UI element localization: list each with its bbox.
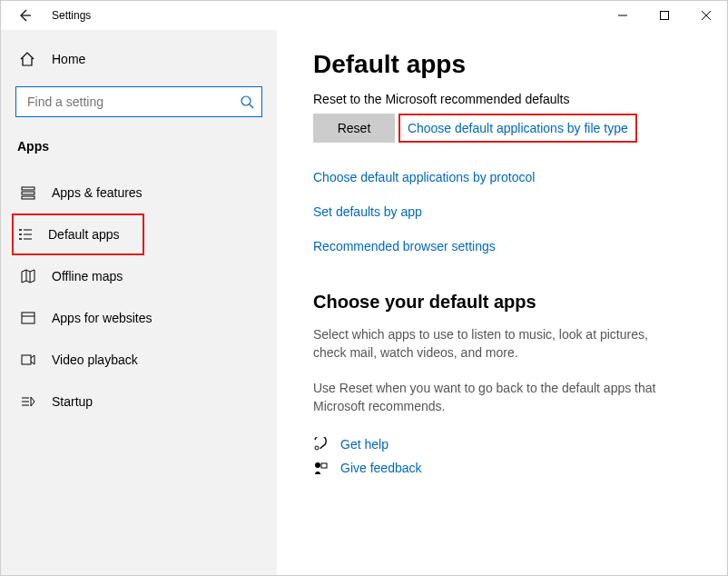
apps-websites-icon xyxy=(19,310,37,326)
svg-rect-6 xyxy=(22,355,31,364)
sidebar-item-startup[interactable]: Startup xyxy=(15,381,277,422)
link-by-protocol[interactable]: Choose default applications by protocol xyxy=(313,170,707,184)
give-feedback-link[interactable]: Give feedback xyxy=(313,461,707,475)
choose-header: Choose your default apps xyxy=(313,292,707,313)
video-playback-icon xyxy=(19,352,37,368)
sidebar-item-default-apps[interactable]: Default apps xyxy=(14,215,139,253)
sidebar-item-offline-maps[interactable]: Offline maps xyxy=(15,255,277,297)
sidebar-item-label: Video playback xyxy=(52,353,138,367)
search-field[interactable] xyxy=(25,94,231,110)
sidebar-home[interactable]: Home xyxy=(15,43,277,75)
sidebar-section-header: Apps xyxy=(15,139,277,154)
sidebar-item-apps-for-websites[interactable]: Apps for websites xyxy=(15,297,277,339)
sidebar-item-label: Default apps xyxy=(48,227,120,242)
sidebar-item-label: Startup xyxy=(52,394,93,409)
link-by-app[interactable]: Set defaults by app xyxy=(313,204,707,219)
sidebar-item-apps-features[interactable]: Apps & features xyxy=(15,172,277,214)
sidebar-item-video-playback[interactable]: Video playback xyxy=(15,339,277,381)
default-apps-icon xyxy=(17,226,34,243)
back-icon[interactable] xyxy=(14,8,35,23)
sidebar: Home Apps Apps & features xyxy=(1,30,277,575)
give-feedback-label: Give feedback xyxy=(340,461,422,475)
page-title: Default apps xyxy=(313,50,707,79)
feedback-icon xyxy=(313,461,330,475)
startup-icon xyxy=(19,393,37,410)
svg-point-8 xyxy=(315,462,320,468)
reset-description: Reset to the Microsoft recommended defau… xyxy=(313,92,707,106)
content-pane: Default apps Reset to the Microsoft reco… xyxy=(277,30,727,575)
svg-rect-5 xyxy=(22,313,34,323)
svg-rect-2 xyxy=(22,187,34,190)
sidebar-item-default-apps-highlight: Default apps xyxy=(12,214,144,255)
svg-rect-9 xyxy=(321,463,327,468)
svg-rect-3 xyxy=(22,192,34,194)
link-file-type-highlight: Choose default applications by file type xyxy=(398,114,637,143)
link-by-file-type[interactable]: Choose default applications by file type xyxy=(408,121,628,135)
sidebar-item-label: Apps for websites xyxy=(52,311,152,325)
link-browser-settings[interactable]: Recommended browser settings xyxy=(313,239,707,253)
get-help-icon xyxy=(313,437,330,452)
titlebar: Settings xyxy=(1,1,727,30)
home-icon xyxy=(19,51,35,67)
sidebar-item-label: Apps & features xyxy=(52,185,143,200)
get-help-link[interactable]: Get help xyxy=(313,437,707,452)
minimize-icon[interactable] xyxy=(602,1,644,30)
sidebar-home-label: Home xyxy=(52,52,85,66)
svg-point-7 xyxy=(315,446,319,450)
search-input[interactable] xyxy=(15,86,262,117)
svg-rect-0 xyxy=(661,12,669,20)
svg-point-1 xyxy=(241,96,251,105)
get-help-label: Get help xyxy=(340,437,389,452)
choose-description: Select which apps to use to listen to mu… xyxy=(313,325,676,362)
reset-button[interactable]: Reset xyxy=(313,114,395,143)
reset-long-description: Use Reset when you want to go back to th… xyxy=(313,379,676,416)
search-icon xyxy=(240,94,254,109)
svg-rect-4 xyxy=(22,196,34,199)
sidebar-item-label: Offline maps xyxy=(52,269,123,283)
apps-features-icon xyxy=(19,184,37,201)
window-title: Settings xyxy=(52,9,91,22)
close-icon[interactable] xyxy=(685,1,727,30)
offline-maps-icon xyxy=(19,268,37,284)
maximize-icon[interactable] xyxy=(644,1,685,30)
